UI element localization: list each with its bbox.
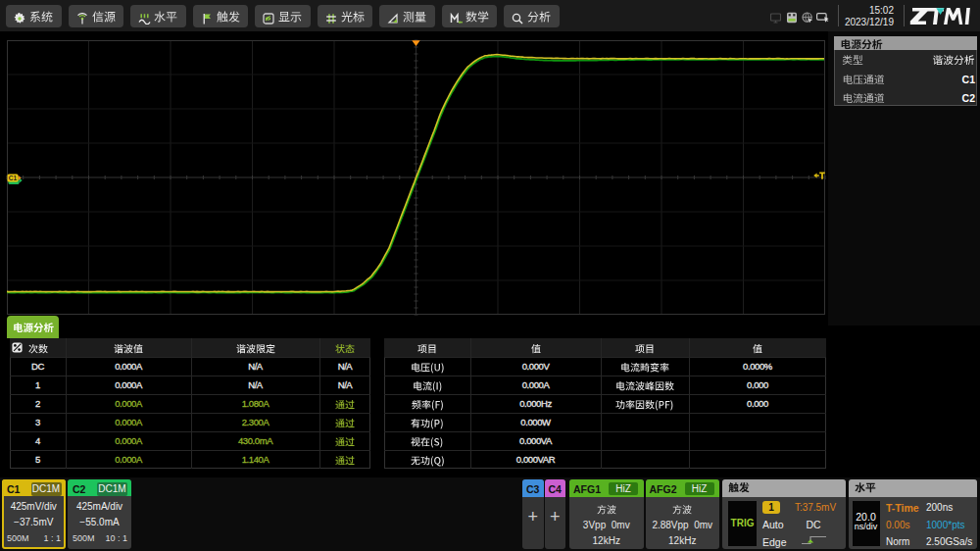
svg-text:C1: C1: [9, 175, 18, 181]
